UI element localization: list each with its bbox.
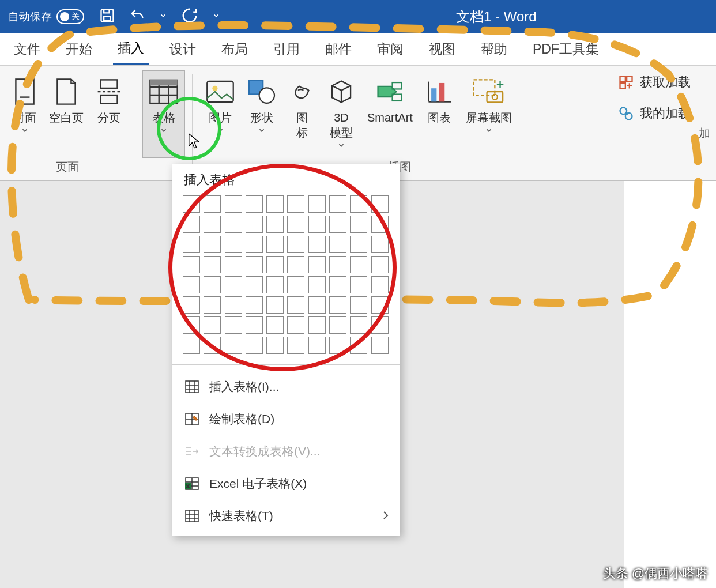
insert-table-item[interactable]: 插入表格(I)... bbox=[172, 371, 400, 403]
tab-mail[interactable]: 邮件 bbox=[321, 35, 356, 64]
grid-cell[interactable] bbox=[371, 316, 389, 334]
tab-help[interactable]: 帮助 bbox=[476, 35, 512, 64]
tab-design[interactable]: 设计 bbox=[165, 35, 201, 64]
grid-cell[interactable] bbox=[350, 316, 367, 334]
pictures-button[interactable]: 图片 bbox=[199, 70, 241, 156]
tab-home[interactable]: 开始 bbox=[61, 35, 97, 64]
grid-cell[interactable] bbox=[329, 296, 346, 314]
grid-cell[interactable] bbox=[371, 195, 389, 213]
screenshot-button[interactable]: 屏幕截图 bbox=[459, 70, 518, 156]
grid-cell[interactable] bbox=[225, 316, 242, 334]
grid-cell[interactable] bbox=[308, 337, 326, 354]
grid-cell[interactable] bbox=[204, 337, 221, 354]
grid-cell[interactable] bbox=[246, 337, 263, 354]
grid-cell[interactable] bbox=[204, 276, 221, 293]
tab-file[interactable]: 文件 bbox=[9, 35, 45, 64]
grid-cell[interactable] bbox=[183, 296, 200, 314]
draw-table-item[interactable]: 绘制表格(D) bbox=[172, 403, 400, 435]
autosave-toggle[interactable]: 关 bbox=[56, 9, 84, 24]
grid-cell[interactable] bbox=[287, 216, 304, 233]
grid-cell[interactable] bbox=[204, 316, 221, 334]
grid-cell[interactable] bbox=[266, 316, 284, 334]
grid-cell[interactable] bbox=[371, 256, 389, 273]
grid-cell[interactable] bbox=[329, 337, 346, 354]
grid-cell[interactable] bbox=[350, 216, 367, 233]
cover-page-button[interactable]: 封面 bbox=[7, 70, 43, 156]
grid-cell[interactable] bbox=[329, 216, 346, 233]
chevron-down-icon[interactable] bbox=[159, 12, 167, 22]
grid-cell[interactable] bbox=[350, 236, 367, 253]
grid-cell[interactable] bbox=[204, 296, 221, 314]
grid-cell[interactable] bbox=[183, 195, 200, 213]
grid-cell[interactable] bbox=[246, 216, 263, 233]
grid-cell[interactable] bbox=[287, 256, 304, 273]
grid-cell[interactable] bbox=[246, 296, 263, 314]
grid-cell[interactable] bbox=[246, 316, 263, 334]
grid-cell[interactable] bbox=[329, 236, 346, 253]
icons-button[interactable]: 图 标 bbox=[282, 70, 322, 156]
table-button[interactable]: 表格 bbox=[142, 70, 185, 158]
grid-cell[interactable] bbox=[225, 236, 242, 253]
grid-cell[interactable] bbox=[350, 276, 367, 293]
grid-cell[interactable] bbox=[225, 276, 242, 293]
grid-cell[interactable] bbox=[246, 256, 263, 273]
grid-cell[interactable] bbox=[225, 256, 242, 273]
grid-cell[interactable] bbox=[371, 337, 389, 354]
grid-cell[interactable] bbox=[246, 276, 263, 293]
grid-cell[interactable] bbox=[308, 256, 326, 273]
get-addins-button[interactable]: 获取加载 bbox=[618, 74, 716, 91]
grid-cell[interactable] bbox=[350, 195, 367, 213]
quick-tables-item[interactable]: 快速表格(T) bbox=[172, 500, 400, 532]
chevron-down-icon[interactable] bbox=[212, 12, 220, 22]
grid-cell[interactable] bbox=[266, 256, 284, 273]
grid-cell[interactable] bbox=[287, 337, 304, 354]
grid-cell[interactable] bbox=[204, 256, 221, 273]
shapes-button[interactable]: 形状 bbox=[241, 70, 282, 156]
page-break-button[interactable]: 分页 bbox=[90, 70, 128, 156]
grid-cell[interactable] bbox=[183, 256, 200, 273]
grid-cell[interactable] bbox=[287, 195, 304, 213]
tab-review[interactable]: 审阅 bbox=[372, 35, 408, 64]
my-addins-button[interactable]: 我的加载 bbox=[618, 105, 716, 122]
blank-page-button[interactable]: 空白页 bbox=[43, 70, 90, 156]
grid-cell[interactable] bbox=[183, 276, 200, 293]
tab-view[interactable]: 视图 bbox=[424, 35, 460, 64]
grid-cell[interactable] bbox=[225, 296, 242, 314]
page-surface[interactable] bbox=[624, 181, 716, 588]
grid-cell[interactable] bbox=[266, 236, 284, 253]
grid-cell[interactable] bbox=[371, 276, 389, 293]
grid-cell[interactable] bbox=[204, 195, 221, 213]
grid-cell[interactable] bbox=[225, 337, 242, 354]
grid-cell[interactable] bbox=[287, 316, 304, 334]
grid-cell[interactable] bbox=[287, 276, 304, 293]
tab-references[interactable]: 引用 bbox=[269, 35, 304, 64]
grid-cell[interactable] bbox=[183, 236, 200, 253]
grid-cell[interactable] bbox=[308, 216, 326, 233]
grid-cell[interactable] bbox=[350, 337, 367, 354]
grid-cell[interactable] bbox=[329, 195, 346, 213]
tab-pdf-tools[interactable]: PDF工具集 bbox=[528, 35, 604, 64]
grid-cell[interactable] bbox=[350, 256, 367, 273]
grid-cell[interactable] bbox=[308, 276, 326, 293]
grid-cell[interactable] bbox=[266, 195, 284, 213]
grid-cell[interactable] bbox=[246, 195, 263, 213]
grid-cell[interactable] bbox=[183, 337, 200, 354]
grid-cell[interactable] bbox=[308, 316, 326, 334]
grid-cell[interactable] bbox=[246, 236, 263, 253]
grid-cell[interactable] bbox=[225, 195, 242, 213]
grid-cell[interactable] bbox=[287, 236, 304, 253]
grid-cell[interactable] bbox=[225, 216, 242, 233]
tab-layout[interactable]: 布局 bbox=[217, 35, 253, 64]
grid-cell[interactable] bbox=[329, 256, 346, 273]
3d-models-button[interactable]: 3D 模型 bbox=[322, 70, 361, 156]
smartart-button[interactable]: SmartArt bbox=[361, 70, 419, 156]
table-size-grid[interactable] bbox=[172, 195, 400, 362]
grid-cell[interactable] bbox=[329, 316, 346, 334]
grid-cell[interactable] bbox=[183, 216, 200, 233]
grid-cell[interactable] bbox=[266, 216, 284, 233]
grid-cell[interactable] bbox=[371, 296, 389, 314]
grid-cell[interactable] bbox=[183, 316, 200, 334]
chart-button[interactable]: 图表 bbox=[419, 70, 459, 156]
excel-spreadsheet-item[interactable]: X Excel 电子表格(X) bbox=[172, 468, 400, 500]
grid-cell[interactable] bbox=[329, 276, 346, 293]
